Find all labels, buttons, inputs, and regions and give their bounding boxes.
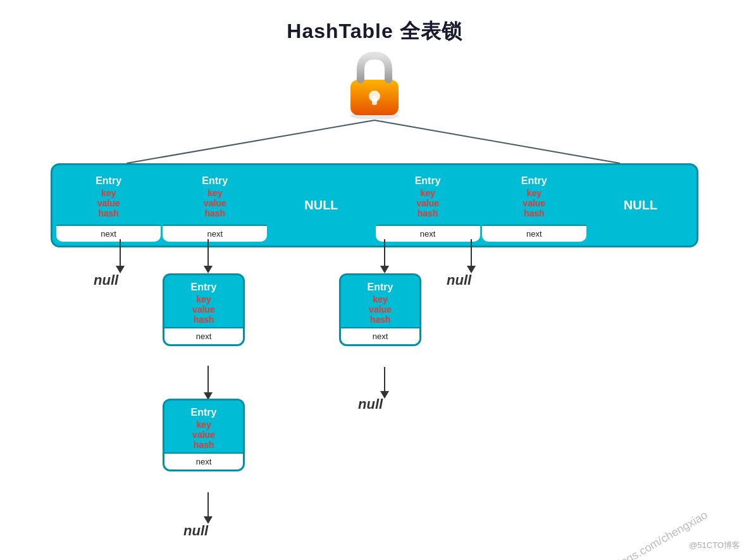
arrow-level2-left-level3 <box>204 366 213 400</box>
entry-hash-5: hash <box>524 208 545 218</box>
entry-label-5: Entry <box>521 175 547 187</box>
watermark-line1: http://www.cnblogs.com/chengxiao <box>550 506 711 560</box>
footer-label: @51CTO博客 <box>689 540 740 551</box>
level3-left-key: key <box>170 420 238 430</box>
entry-cell-1: Entry key value hash next <box>56 169 161 242</box>
svg-rect-5 <box>372 96 377 105</box>
entry-next-5: next <box>482 225 586 242</box>
arrow-head <box>380 266 389 273</box>
entry-value-1: value <box>97 198 120 208</box>
level2-left-value: value <box>170 304 238 314</box>
entry-label-2: Entry <box>202 175 228 187</box>
entry-key-2: key <box>207 188 222 198</box>
level3-left-hash: hash <box>170 440 238 450</box>
level2-right-entry: Entry key value hash next <box>339 273 421 346</box>
null-cell-1: NULL <box>269 169 373 242</box>
watermark: http://www.cnblogs.com/chengxiao <box>550 506 711 560</box>
entry-label-4: Entry <box>415 175 441 187</box>
hashtable-row: Entry key value hash next Entry key valu… <box>51 163 698 247</box>
entry-key-1: key <box>101 188 116 198</box>
null-text-1: null <box>94 272 118 289</box>
entry-key-4: key <box>420 188 435 198</box>
level3-left-value: value <box>170 430 238 440</box>
entry-cell-5: Entry key value hash next <box>482 169 586 242</box>
level2-right-hash: hash <box>346 314 414 325</box>
null-cell-2: NULL <box>588 169 693 242</box>
arrow-level2right-null <box>380 367 389 399</box>
null-label-2: NULL <box>624 198 657 213</box>
arrow-level3-null <box>204 492 213 524</box>
level3-left-entry: Entry key value hash next <box>163 399 245 471</box>
lock-icon <box>340 49 409 119</box>
entry-cell-2: Entry key value hash next <box>163 169 267 242</box>
entry-next-2: next <box>163 225 267 242</box>
arrow-line <box>471 239 472 266</box>
level2-right-top: Entry key value hash <box>341 275 419 327</box>
null-text-2: null <box>447 272 471 289</box>
level3-left-label: Entry <box>170 407 238 418</box>
entry-value-2: value <box>204 198 226 208</box>
arrow-cell5-null <box>467 239 476 273</box>
svg-line-0 <box>127 120 374 163</box>
arrow-line <box>207 239 209 266</box>
level2-right-label: Entry <box>346 282 414 293</box>
entry-hash-1: hash <box>98 208 119 218</box>
arrow-cell4-level2right <box>380 239 389 273</box>
arrow-line <box>384 367 385 391</box>
entry-label-1: Entry <box>96 175 121 187</box>
entry-value-5: value <box>523 198 545 208</box>
page-title: HashTable 全表锁 <box>0 0 749 46</box>
level2-left-label: Entry <box>170 282 238 293</box>
level3-left-next: next <box>164 452 243 470</box>
arrow-line <box>207 492 209 516</box>
arrow-line <box>120 239 121 266</box>
level2-right-value: value <box>346 304 414 314</box>
entry-next-1: next <box>56 225 161 242</box>
level2-left-next: next <box>164 327 243 344</box>
entry-hash-2: hash <box>204 208 225 218</box>
arrow-head <box>204 266 213 273</box>
entry-hash-4: hash <box>418 208 438 218</box>
null-label-1: NULL <box>304 198 338 213</box>
level2-right-next: next <box>341 327 419 344</box>
level3-left-top: Entry key value hash <box>164 401 243 452</box>
entry-key-5: key <box>527 188 542 198</box>
level2-left-hash: hash <box>170 314 238 325</box>
arrow-line <box>207 366 209 392</box>
entry-next-4: next <box>376 225 480 242</box>
null-text-4: null <box>183 523 208 539</box>
arrow-cell1-null <box>116 239 125 273</box>
entry-cell-4: Entry key value hash next <box>376 169 480 242</box>
null-text-3: null <box>358 396 383 413</box>
level2-left-key: key <box>170 294 238 304</box>
level2-right-key: key <box>346 294 414 304</box>
level2-left-top: Entry key value hash <box>164 275 243 327</box>
svg-line-1 <box>374 120 620 163</box>
entry-value-4: value <box>416 198 439 208</box>
arrow-cell2-level2 <box>204 239 213 273</box>
arrow-line <box>384 239 385 266</box>
level2-left-entry: Entry key value hash next <box>163 273 245 346</box>
